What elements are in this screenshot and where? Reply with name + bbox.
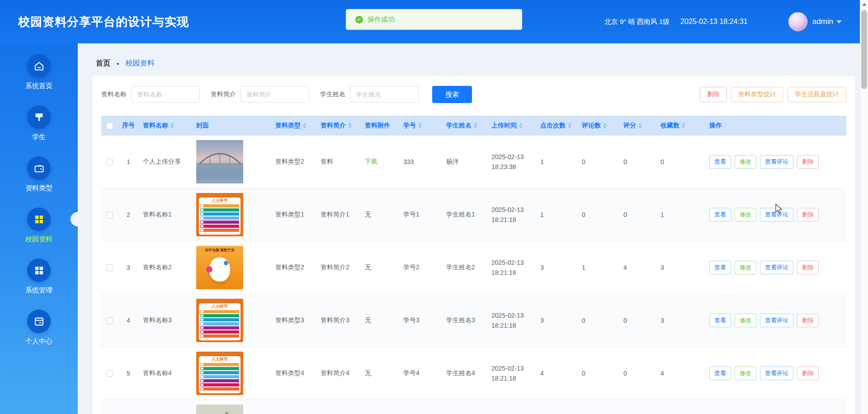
sidebar-item-material-type[interactable]: 资料类型 — [0, 156, 78, 207]
row-actions-cell: 查看修改查看评论删除 — [706, 155, 846, 169]
activity-stats-button[interactable]: 学生活跃度统计 — [788, 87, 846, 102]
cell-comments: 1 — [578, 264, 620, 271]
sort-carets-icon[interactable] — [418, 123, 422, 128]
row-view-button[interactable]: 查看 — [709, 367, 731, 380]
materials-table: 序号资料名称封面资料类型资料简介资料附件学号学生姓名上传时间点击次数评论数评分收… — [101, 116, 846, 414]
table-row: 1个人上传分享资料类型2资料下载333杨洋2025-02-1318:23:381… — [101, 136, 846, 188]
row-checkbox[interactable] — [106, 212, 113, 218]
column-header-type[interactable]: 资料类型 — [272, 122, 317, 130]
sidebar-item-home[interactable]: 系统首页 — [0, 54, 78, 105]
column-label: 序号 — [122, 122, 135, 130]
sidebar-item-campus-materials[interactable]: 校园资料 — [0, 207, 78, 259]
cell-clicks: 1 — [537, 158, 578, 165]
cell-index: 2 — [118, 211, 139, 218]
cover-image[interactable]: 动手动脑 寓数于乐 — [196, 246, 243, 289]
breadcrumb-current[interactable]: 校园资料 — [125, 59, 154, 68]
filter-input-student-name[interactable] — [350, 86, 419, 103]
row-edit-button[interactable]: 修改 — [735, 261, 756, 274]
column-header-student_name[interactable]: 学生姓名 — [443, 122, 488, 130]
sort-carets-icon[interactable] — [603, 123, 607, 128]
row-select-cell — [101, 159, 118, 165]
download-link[interactable]: 下载 — [365, 158, 377, 166]
cover-image[interactable]: · · · · ·八大环节 — [196, 352, 243, 395]
cover-image[interactable] — [196, 140, 243, 183]
cell-attachment: 无 — [361, 369, 400, 377]
sort-carets-icon[interactable] — [519, 123, 523, 128]
page-scrollbar — [860, 0, 868, 414]
column-header-intro[interactable]: 资料简介 — [317, 122, 361, 130]
column-header-index: 序号 — [118, 122, 139, 130]
row-view-button[interactable]: 查看 — [709, 314, 731, 327]
select-all-checkbox[interactable] — [106, 122, 113, 129]
chevron-down-icon[interactable] — [836, 20, 842, 24]
search-button[interactable]: 搜索 — [432, 86, 472, 103]
column-header-student_no[interactable]: 学号 — [400, 122, 443, 130]
filter-input-intro[interactable] — [241, 86, 309, 103]
user-menu[interactable]: admin — [812, 17, 833, 26]
row-view-button[interactable]: 查看 — [709, 155, 731, 169]
sort-carets-icon[interactable] — [170, 123, 174, 128]
row-delete-button[interactable]: 删除 — [797, 314, 819, 327]
row-checkbox[interactable] — [106, 370, 113, 377]
row-delete-button[interactable]: 删除 — [797, 261, 819, 274]
filter-label-intro: 资料简介 — [211, 90, 236, 99]
row-edit-button[interactable]: 修改 — [735, 208, 756, 221]
grid-icon — [27, 259, 51, 282]
row-checkbox[interactable] — [106, 264, 113, 271]
row-view-comments-button[interactable]: 查看评论 — [760, 155, 793, 169]
cell-rating: 0 — [620, 211, 657, 218]
poster-header: · · · · · — [196, 299, 243, 302]
column-header-name[interactable]: 资料名称 — [139, 122, 193, 130]
sidebar-item-students[interactable]: 学生 — [0, 105, 78, 156]
row-select-cell — [101, 264, 118, 271]
row-view-comments-button[interactable]: 查看评论 — [760, 367, 793, 380]
upload-clock: 18:21:18 — [491, 215, 516, 225]
row-edit-button[interactable]: 修改 — [735, 155, 756, 169]
row-view-button[interactable]: 查看 — [709, 261, 731, 274]
sort-carets-icon[interactable] — [303, 123, 307, 128]
row-actions-cell: 查看修改查看评论删除 — [706, 314, 846, 327]
sort-carets-icon[interactable] — [568, 123, 571, 128]
row-view-comments-button[interactable]: 查看评论 — [760, 261, 793, 274]
scrollbar-thumb[interactable] — [861, 10, 867, 89]
delete-button[interactable]: 删除 — [700, 87, 727, 102]
scrollbar-up-arrow-icon[interactable] — [862, 3, 867, 6]
row-edit-button[interactable]: 修改 — [735, 367, 756, 380]
cover-image[interactable]: · · · · ·八大环节 — [196, 299, 243, 342]
filter-input-name[interactable] — [131, 86, 200, 103]
column-header-favorites[interactable]: 收藏数 — [657, 122, 706, 130]
cell-intro: 资料简介1 — [317, 211, 361, 219]
row-delete-button[interactable]: 删除 — [797, 367, 819, 380]
breadcrumb-separator: ● — [117, 61, 119, 66]
cover-image[interactable] — [196, 405, 243, 414]
column-header-clicks[interactable]: 点击次数 — [537, 122, 578, 130]
sort-carets-icon[interactable] — [348, 123, 352, 128]
sidebar-item-personal-center[interactable]: 个人中心 — [0, 310, 78, 361]
row-edit-button[interactable]: 修改 — [735, 314, 756, 327]
column-header-comments[interactable]: 评论数 — [578, 122, 620, 130]
sort-carets-icon[interactable] — [474, 123, 477, 128]
sidebar-item-system-manage[interactable]: 系统管理 — [0, 259, 78, 310]
column-header-select — [101, 122, 118, 129]
sort-carets-icon[interactable] — [682, 123, 685, 128]
row-view-comments-button[interactable]: 查看评论 — [760, 314, 793, 327]
cell-attachment: 无 — [361, 316, 400, 325]
breadcrumb-home[interactable]: 首页 — [96, 59, 110, 68]
cover-image[interactable]: · · · · ·八大环节 — [196, 193, 243, 236]
row-view-comments-button[interactable]: 查看评论 — [760, 208, 793, 221]
column-label: 学生姓名 — [446, 122, 472, 130]
column-header-upload_time[interactable]: 上传时间 — [488, 122, 537, 130]
row-checkbox[interactable] — [106, 317, 113, 324]
row-view-button[interactable]: 查看 — [709, 208, 731, 221]
sort-carets-icon[interactable] — [638, 123, 642, 128]
type-stats-button[interactable]: 资料类型统计 — [731, 87, 783, 102]
cell-comments: 0 — [578, 158, 620, 165]
column-header-rating[interactable]: 评分 — [620, 122, 657, 130]
row-checkbox[interactable] — [106, 159, 113, 165]
avatar[interactable] — [788, 12, 807, 31]
table-row — [101, 400, 846, 414]
row-delete-button[interactable]: 删除 — [797, 208, 819, 221]
cell-type: 资料类型4 — [272, 369, 317, 377]
row-delete-button[interactable]: 删除 — [797, 155, 819, 169]
filter-label-name: 资料名称 — [101, 90, 127, 99]
